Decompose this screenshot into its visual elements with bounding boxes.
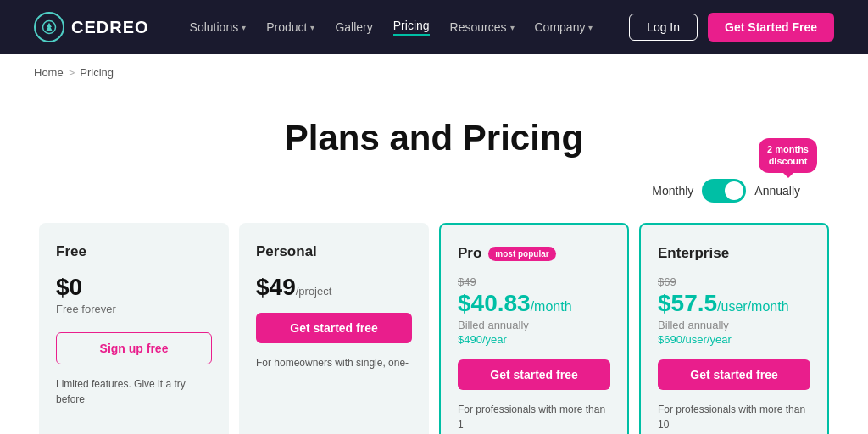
plan-enterprise: Enterprise $69 $57.5/user/month Billed a… [639, 223, 829, 434]
logo-text: CEDREO [71, 18, 149, 37]
plan-description: For professionals with more than 10 [658, 402, 810, 432]
personal-cta-button[interactable]: Get started free [256, 313, 412, 343]
price-block: $0 Free forever [56, 274, 212, 315]
price-billed: Billed annually [658, 319, 810, 331]
chevron-down-icon: ▾ [588, 23, 593, 32]
breadcrumb-home[interactable]: Home [34, 66, 64, 79]
price-block: $69 $57.5/user/month Billed annually $69… [658, 275, 810, 346]
nav-gallery[interactable]: Gallery [335, 20, 372, 34]
nav-links: Solutions ▾ Product ▾ Gallery Pricing Re… [190, 19, 603, 36]
price-original: $49 [458, 275, 610, 288]
enterprise-cta-button[interactable]: Get started free [658, 359, 810, 390]
annually-label: Annually [754, 184, 800, 198]
breadcrumb-separator: > [69, 66, 75, 79]
plan-personal: Personal $49/project Get started free Fo… [239, 223, 429, 434]
price-main: $49/project [256, 274, 412, 301]
chevron-down-icon: ▾ [242, 23, 246, 32]
plan-tier: Free [56, 243, 212, 260]
price-main: $0 [56, 274, 212, 301]
billing-toggle[interactable] [702, 179, 746, 203]
price-main: $40.83/month [458, 290, 610, 317]
price-block: $49/project [256, 274, 412, 301]
discount-bubble: 2 months discount [759, 138, 817, 173]
navbar: CEDREO Solutions ▾ Product ▾ Gallery Pri… [0, 0, 868, 54]
price-original: $69 [658, 275, 810, 288]
page-title: Plans and Pricing [17, 118, 851, 159]
plan-description: Limited features. Give it a try before [56, 376, 212, 407]
price-billed: Billed annually [458, 319, 610, 331]
login-button[interactable]: Log In [629, 14, 698, 41]
page-title-area: Plans and Pricing [0, 91, 868, 179]
price-year: $690/user/year [658, 333, 810, 346]
nav-resources[interactable]: Resources ▾ [450, 20, 515, 34]
plan-tier: Enterprise [658, 245, 810, 262]
logo-icon [34, 12, 64, 42]
price-year: $490/year [458, 333, 610, 346]
nav-solutions[interactable]: Solutions ▾ [190, 20, 247, 34]
most-popular-badge: most popular [488, 247, 555, 261]
monthly-label: Monthly [652, 184, 693, 198]
get-started-button[interactable]: Get Started Free [708, 13, 834, 42]
toggle-knob [725, 181, 743, 200]
nav-company[interactable]: Company ▾ [535, 20, 593, 34]
plan-description: For homeowners with single, one- [256, 355, 412, 370]
logo[interactable]: CEDREO [34, 12, 149, 42]
plan-description: For professionals with more than 1 [458, 402, 610, 432]
breadcrumb: Home > Pricing [0, 54, 868, 91]
price-main: $57.5/user/month [658, 290, 810, 317]
billing-toggle-area: 2 months discount Monthly Annually [0, 179, 868, 223]
price-free-sub: Free forever [56, 303, 212, 315]
price-block: $49 $40.83/month Billed annually $490/ye… [458, 275, 610, 346]
plan-pro: Pro most popular $49 $40.83/month Billed… [439, 223, 629, 434]
chevron-down-icon: ▾ [310, 23, 314, 32]
pricing-grid: Free $0 Free forever Sign up free Limite… [0, 223, 868, 434]
nav-pricing[interactable]: Pricing [393, 19, 430, 36]
plan-tier: Personal [256, 243, 412, 260]
breadcrumb-current: Pricing [80, 66, 114, 79]
chevron-down-icon: ▾ [510, 23, 515, 32]
nav-actions: Log In Get Started Free [629, 13, 834, 42]
free-cta-button[interactable]: Sign up free [56, 332, 212, 364]
nav-product[interactable]: Product ▾ [266, 20, 314, 34]
plan-free: Free $0 Free forever Sign up free Limite… [39, 223, 229, 434]
pro-cta-button[interactable]: Get started free [458, 359, 610, 390]
plan-tier: Pro most popular [458, 245, 610, 262]
